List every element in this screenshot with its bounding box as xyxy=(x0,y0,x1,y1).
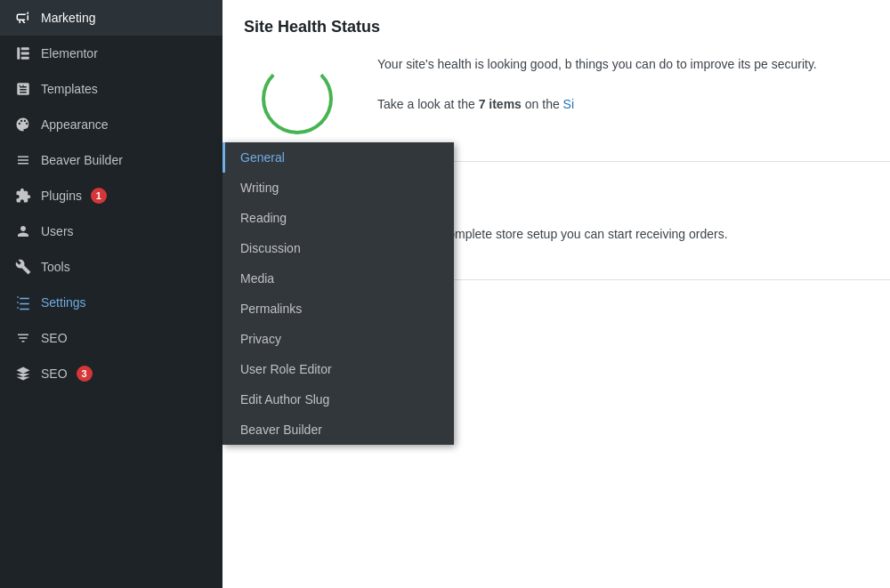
sidebar-item-label: SEO xyxy=(41,366,68,381)
users-icon xyxy=(14,222,32,240)
submenu-item-label: Privacy xyxy=(240,332,281,346)
submenu-item-label: Media xyxy=(240,271,274,286)
sidebar-item-tools[interactable]: Tools xyxy=(0,249,222,285)
seo2-badge: 3 xyxy=(77,366,93,382)
sidebar-item-label: SEO xyxy=(41,331,68,345)
svg-rect-1 xyxy=(21,47,29,50)
submenu-item-label: Discussion xyxy=(240,241,301,255)
sidebar-item-users[interactable]: Users xyxy=(0,213,222,249)
site-health-link[interactable]: Si xyxy=(563,97,574,111)
health-text: Your site's health is looking good, b th… xyxy=(377,54,869,114)
megaphone-icon xyxy=(14,9,32,27)
svg-rect-0 xyxy=(17,47,20,60)
submenu-item-media[interactable]: Media xyxy=(222,263,454,294)
submenu-item-label: User Role Editor xyxy=(240,362,332,376)
site-health-body: Your site's health is looking good, b th… xyxy=(244,54,869,143)
submenu-item-label: General xyxy=(240,150,285,165)
sidebar: Marketing Elementor Templates Ap xyxy=(0,0,222,588)
submenu-item-privacy[interactable]: Privacy xyxy=(222,324,454,354)
sidebar-item-label: Appearance xyxy=(41,117,109,132)
submenu-item-beaver-builder[interactable]: Beaver Builder xyxy=(222,415,454,445)
submenu-item-writing[interactable]: Writing xyxy=(222,173,454,203)
sidebar-item-seo2[interactable]: SEO 3 xyxy=(0,356,222,391)
settings-icon xyxy=(14,294,32,311)
submenu-item-reading[interactable]: Reading xyxy=(222,203,454,233)
submenu-item-user-role-editor[interactable]: User Role Editor xyxy=(222,354,454,384)
sidebar-item-label: Templates xyxy=(41,82,98,96)
elementor-icon xyxy=(14,44,32,62)
site-health-section: Site Health Status Your site's health is… xyxy=(222,0,890,162)
seo1-icon xyxy=(14,329,32,347)
sidebar-item-label: Users xyxy=(41,224,74,238)
sidebar-item-seo1[interactable]: SEO xyxy=(0,320,222,356)
site-health-title: Site Health Status xyxy=(244,18,869,36)
sidebar-item-appearance[interactable]: Appearance xyxy=(0,107,222,142)
plugins-icon xyxy=(14,187,32,205)
sidebar-item-label: Beaver Builder xyxy=(41,153,123,167)
sidebar-item-elementor[interactable]: Elementor xyxy=(0,36,222,71)
tools-icon xyxy=(14,258,32,276)
svg-rect-3 xyxy=(21,57,29,60)
sidebar-item-marketing[interactable]: Marketing xyxy=(0,0,222,36)
submenu-item-label: Beaver Builder xyxy=(240,423,322,437)
submenu-item-discussion[interactable]: Discussion xyxy=(222,233,454,263)
sidebar-item-templates[interactable]: Templates xyxy=(0,71,222,107)
submenu-item-permalinks[interactable]: Permalinks xyxy=(222,294,454,324)
svg-rect-2 xyxy=(21,52,29,55)
appearance-icon xyxy=(14,116,32,133)
submenu-item-label: Reading xyxy=(240,211,287,225)
submenu-item-edit-author-slug[interactable]: Edit Author Slug xyxy=(222,384,454,415)
health-circle xyxy=(262,63,333,134)
submenu-item-label: Permalinks xyxy=(240,302,302,316)
settings-submenu: General Writing Reading Discussion Media… xyxy=(222,142,454,445)
submenu-item-label: Edit Author Slug xyxy=(240,392,329,407)
sidebar-item-label: Plugins xyxy=(41,189,82,203)
health-circle-wrap xyxy=(244,54,351,143)
submenu-item-label: Writing xyxy=(240,181,279,195)
sidebar-item-label: Marketing xyxy=(41,11,95,25)
sidebar-item-plugins[interactable]: Plugins 1 xyxy=(0,178,222,213)
sidebar-item-settings[interactable]: Settings xyxy=(0,285,222,320)
sidebar-item-label: Tools xyxy=(41,260,70,274)
beaver-icon xyxy=(14,151,32,169)
seo2-icon xyxy=(14,365,32,383)
sidebar-item-beaver-builder[interactable]: Beaver Builder xyxy=(0,142,222,178)
plugins-badge: 1 xyxy=(91,188,107,204)
templates-icon xyxy=(14,80,32,98)
sidebar-item-label: Settings xyxy=(41,295,86,310)
submenu-item-general[interactable]: General xyxy=(222,142,454,173)
sidebar-item-label: Elementor xyxy=(41,46,98,60)
